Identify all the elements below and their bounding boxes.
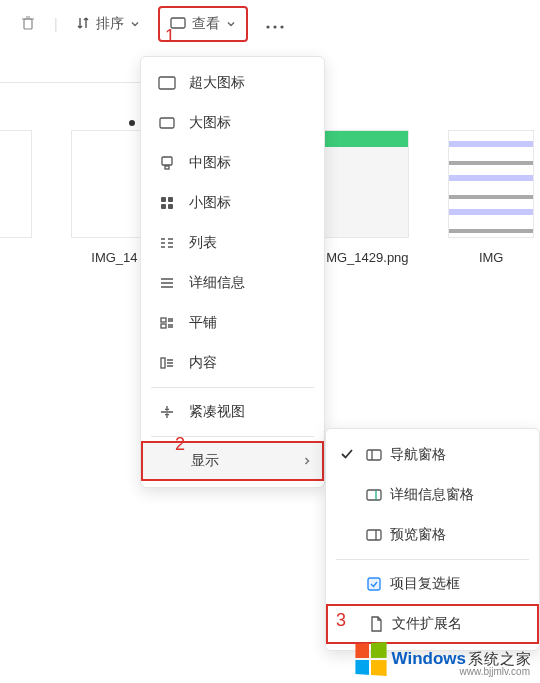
menu-item-details[interactable]: 详细信息 bbox=[141, 263, 324, 303]
submenu-item-label: 文件扩展名 bbox=[392, 615, 462, 633]
svg-rect-9 bbox=[161, 197, 166, 202]
windows-logo-icon bbox=[355, 642, 386, 676]
menu-item-small-icons[interactable]: 小图标 bbox=[141, 183, 324, 223]
selected-indicator-icon bbox=[129, 120, 135, 126]
divider bbox=[0, 82, 140, 83]
medium-icons-icon bbox=[157, 156, 177, 170]
svg-point-4 bbox=[280, 25, 283, 28]
svg-rect-6 bbox=[160, 118, 174, 128]
delete-button[interactable] bbox=[10, 6, 46, 42]
thumbnail bbox=[0, 130, 32, 238]
small-icons-icon bbox=[157, 196, 177, 210]
menu-item-show[interactable]: 显示 bbox=[141, 441, 324, 481]
details-icon bbox=[157, 277, 177, 289]
show-submenu: 导航窗格 详细信息窗格 预览窗格 项目复选框 文件扩展名 bbox=[325, 428, 540, 651]
svg-point-3 bbox=[273, 25, 276, 28]
svg-rect-18 bbox=[367, 530, 381, 540]
svg-rect-11 bbox=[161, 204, 166, 209]
file-name: IMG bbox=[479, 250, 504, 265]
chevron-down-icon bbox=[226, 16, 236, 32]
file-item[interactable]: ng bbox=[0, 130, 38, 265]
file-name: IMG_14 bbox=[91, 250, 137, 265]
svg-rect-0 bbox=[24, 19, 32, 29]
menu-item-label: 内容 bbox=[189, 354, 217, 372]
compact-view-icon bbox=[157, 405, 177, 419]
svg-rect-8 bbox=[165, 166, 169, 169]
submenu-item-label: 项目复选框 bbox=[390, 575, 460, 593]
submenu-item-label: 详细信息窗格 bbox=[390, 486, 474, 504]
menu-item-extra-large-icons[interactable]: 超大图标 bbox=[141, 63, 324, 103]
separator: | bbox=[54, 16, 58, 32]
svg-rect-19 bbox=[368, 578, 380, 590]
view-label: 查看 bbox=[192, 15, 220, 33]
svg-rect-12 bbox=[168, 204, 173, 209]
menu-item-label: 列表 bbox=[189, 234, 217, 252]
svg-rect-5 bbox=[159, 77, 175, 89]
menu-item-content[interactable]: 内容 bbox=[141, 343, 324, 383]
svg-rect-7 bbox=[162, 157, 172, 165]
submenu-item-preview-pane[interactable]: 预览窗格 bbox=[326, 515, 539, 555]
svg-point-2 bbox=[266, 25, 269, 28]
check-icon bbox=[340, 447, 354, 464]
annotation-3: 3 bbox=[336, 610, 346, 631]
submenu-item-label: 预览窗格 bbox=[390, 526, 446, 544]
menu-item-label: 显示 bbox=[191, 452, 219, 470]
large-icons-icon bbox=[157, 117, 177, 129]
details-pane-icon bbox=[364, 489, 384, 501]
nav-pane-icon bbox=[364, 449, 384, 461]
thumbnail bbox=[323, 130, 409, 238]
file-extension-icon bbox=[366, 616, 386, 632]
submenu-item-label: 导航窗格 bbox=[390, 446, 446, 464]
svg-rect-17 bbox=[367, 490, 381, 500]
menu-separator bbox=[336, 559, 529, 560]
sort-button[interactable]: 排序 bbox=[66, 6, 150, 42]
menu-item-large-icons[interactable]: 大图标 bbox=[141, 103, 324, 143]
toolbar: | 排序 查看 bbox=[0, 0, 540, 48]
more-icon bbox=[266, 16, 284, 32]
svg-rect-16 bbox=[367, 450, 381, 460]
menu-item-label: 平铺 bbox=[189, 314, 217, 332]
file-item[interactable]: IMG_1429.png bbox=[317, 130, 415, 265]
svg-rect-14 bbox=[161, 324, 166, 328]
menu-item-label: 大图标 bbox=[189, 114, 231, 132]
svg-rect-10 bbox=[168, 197, 173, 202]
menu-separator bbox=[151, 387, 314, 388]
chevron-down-icon bbox=[130, 16, 140, 32]
menu-item-label: 超大图标 bbox=[189, 74, 245, 92]
menu-item-label: 紧凑视图 bbox=[189, 403, 245, 421]
extra-large-icons-icon bbox=[157, 76, 177, 90]
watermark-brand: Windows bbox=[392, 649, 466, 668]
watermark-url: www.bjjmlv.com bbox=[460, 666, 530, 677]
sort-label: 排序 bbox=[96, 15, 124, 33]
svg-rect-13 bbox=[161, 318, 166, 322]
file-name: IMG_1429.png bbox=[323, 250, 409, 265]
more-button[interactable] bbox=[256, 6, 294, 42]
watermark: Windows系统之家 www.bjjmlv.com bbox=[354, 643, 532, 675]
checkbox-icon bbox=[364, 577, 384, 591]
sort-icon bbox=[76, 16, 90, 33]
preview-pane-icon bbox=[364, 529, 384, 541]
submenu-item-details-pane[interactable]: 详细信息窗格 bbox=[326, 475, 539, 515]
content-icon bbox=[157, 357, 177, 369]
svg-rect-15 bbox=[161, 358, 165, 368]
menu-item-label: 小图标 bbox=[189, 194, 231, 212]
watermark-tag: 系统之家 bbox=[468, 650, 532, 667]
file-item[interactable]: IMG bbox=[442, 130, 540, 265]
submenu-item-checkboxes[interactable]: 项目复选框 bbox=[326, 564, 539, 604]
menu-item-compact[interactable]: 紧凑视图 bbox=[141, 392, 324, 432]
trash-icon bbox=[20, 15, 36, 34]
menu-item-label: 详细信息 bbox=[189, 274, 245, 292]
menu-item-label: 中图标 bbox=[189, 154, 231, 172]
chevron-right-icon bbox=[302, 453, 312, 469]
tiles-icon bbox=[157, 317, 177, 329]
annotation-2: 2 bbox=[175, 434, 185, 455]
menu-item-list[interactable]: 列表 bbox=[141, 223, 324, 263]
view-menu: 超大图标 大图标 中图标 小图标 列表 详细信息 平铺 内容 紧凑视图 显示 bbox=[140, 56, 325, 488]
menu-item-medium-icons[interactable]: 中图标 bbox=[141, 143, 324, 183]
thumbnail bbox=[448, 130, 534, 238]
submenu-item-extensions[interactable]: 文件扩展名 bbox=[326, 604, 539, 644]
annotation-1: 1 bbox=[165, 26, 175, 47]
submenu-item-nav-pane[interactable]: 导航窗格 bbox=[326, 435, 539, 475]
menu-item-tiles[interactable]: 平铺 bbox=[141, 303, 324, 343]
list-icon bbox=[157, 237, 177, 249]
